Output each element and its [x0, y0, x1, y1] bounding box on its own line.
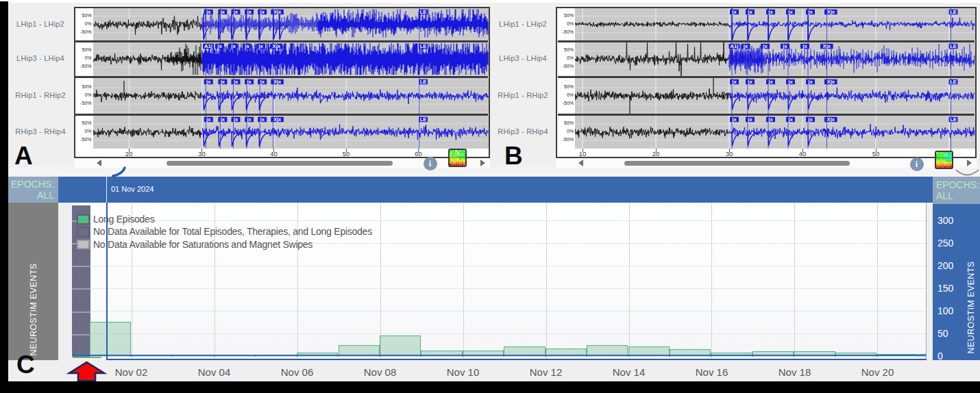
svg-text:|x: |x [744, 43, 748, 49]
svg-text:LE: LE [419, 79, 426, 85]
svg-text:LE: LE [950, 9, 957, 15]
svg-text:LE: LE [950, 116, 957, 123]
svg-text:|x: |x [732, 79, 737, 85]
svg-text:|x: |x [768, 79, 773, 85]
svg-text:A1|: A1| [731, 43, 739, 49]
svg-text:X|x: X|x [273, 79, 281, 85]
svg-text:|x: |x [206, 79, 211, 85]
svg-text:|x: |x [247, 79, 252, 85]
svg-text:X|x: X|x [827, 116, 835, 123]
svg-text:X|x: X|x [272, 43, 280, 49]
svg-text:|x: |x [247, 9, 252, 15]
svg-text:|x: |x [808, 79, 813, 85]
svg-text:|x: |x [788, 9, 793, 15]
svg-text:LE: LE [419, 116, 426, 123]
svg-text:|x: |x [206, 116, 211, 123]
svg-text:|x: |x [233, 116, 238, 123]
svg-text:LE: LE [419, 9, 426, 15]
svg-text:|x: |x [748, 79, 752, 85]
svg-text:|x: |x [217, 43, 222, 49]
svg-text:X|x: X|x [823, 43, 831, 49]
svg-text:|x: |x [732, 9, 737, 15]
svg-text:|x: |x [783, 43, 787, 49]
svg-text:|x: |x [258, 43, 263, 49]
svg-text:|x: |x [247, 116, 252, 123]
svg-text:|x: |x [220, 9, 225, 15]
svg-text:LE: LE [950, 79, 957, 85]
svg-text:LE: LE [419, 43, 426, 49]
svg-text:|x: |x [803, 43, 807, 49]
svg-text:|x: |x [748, 116, 752, 123]
svg-text:X|x: X|x [273, 116, 281, 123]
svg-text:|x: |x [231, 43, 236, 49]
svg-text:|x: |x [233, 9, 238, 15]
svg-text:|x: |x [233, 79, 238, 85]
svg-text:X|x: X|x [827, 79, 835, 85]
svg-text:|x: |x [763, 43, 768, 49]
svg-text:|x: |x [260, 79, 265, 85]
svg-text:X|x: X|x [273, 9, 281, 15]
svg-text:|x: |x [220, 79, 225, 85]
svg-text:|x: |x [808, 116, 813, 123]
svg-text:|x: |x [245, 43, 249, 49]
svg-text:|x: |x [808, 9, 813, 15]
svg-text:|x: |x [748, 9, 752, 15]
svg-text:X|x: X|x [827, 9, 835, 15]
svg-text:|x: |x [768, 116, 773, 123]
svg-text:|x: |x [788, 79, 793, 85]
svg-text:|x: |x [260, 116, 265, 123]
svg-text:|x: |x [788, 116, 793, 123]
svg-text:|x: |x [220, 116, 225, 123]
svg-text:|x: |x [768, 9, 773, 15]
svg-text:LE: LE [950, 43, 957, 49]
svg-text:|x: |x [732, 116, 737, 123]
svg-text:|x: |x [260, 9, 265, 15]
svg-text:|x: |x [206, 9, 211, 15]
svg-text:A1|: A1| [204, 43, 212, 49]
